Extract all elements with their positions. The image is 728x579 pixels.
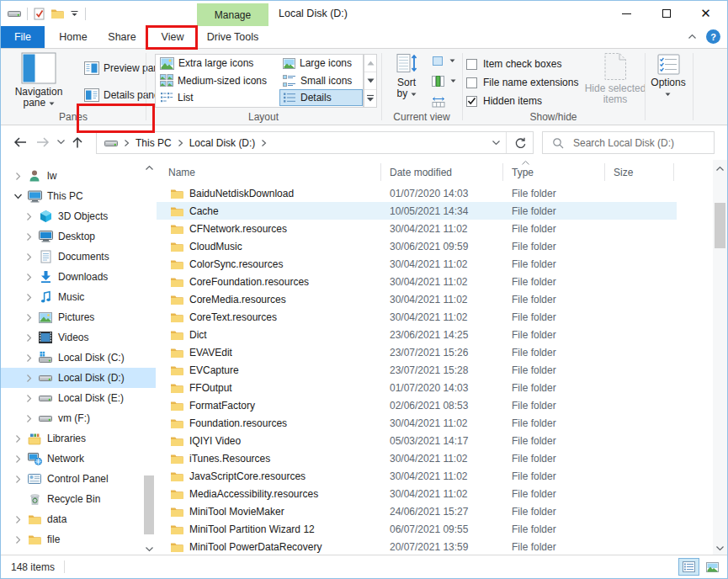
checkbox-item-check-boxes[interactable]: Item check boxes bbox=[466, 55, 578, 73]
file-row-minitool-powerdatarecovery[interactable]: MiniTool PowerDataRecovery20/07/2021 13:… bbox=[157, 538, 677, 555]
sidebar-item-network[interactable]: Network bbox=[1, 449, 156, 469]
layout-option-large-icons[interactable]: Large icons bbox=[279, 55, 363, 72]
chevron-right-icon[interactable] bbox=[24, 212, 35, 221]
file-row-colorsync-resources[interactable]: ColorSync.resources30/04/2021 11:02File … bbox=[157, 255, 677, 273]
file-row-cloudmusic[interactable]: CloudMusic30/06/2021 09:59File folder bbox=[157, 237, 677, 255]
checkbox-icon[interactable] bbox=[466, 77, 477, 88]
chevron-right-icon[interactable] bbox=[13, 434, 24, 444]
sidebar-item-local-disk-e[interactable]: Local Disk (E:) bbox=[1, 388, 156, 408]
tab-drive-tools[interactable]: Drive Tools bbox=[197, 26, 268, 48]
sidebar-item-data[interactable]: data bbox=[1, 509, 156, 529]
gallery-scroll-down-icon[interactable] bbox=[367, 78, 375, 83]
chevron-right-icon[interactable] bbox=[24, 353, 35, 363]
options-button[interactable]: Options bbox=[647, 54, 689, 99]
file-row-ffoutput[interactable]: FFOutput01/07/2020 14:03File folder bbox=[157, 379, 677, 396]
sidebar-item-pictures[interactable]: Pictures bbox=[1, 307, 156, 327]
sidebar-item-this-pc[interactable]: This PC bbox=[1, 186, 156, 206]
chevron-right-icon[interactable] bbox=[24, 414, 35, 423]
checkbox-icon[interactable] bbox=[466, 96, 477, 107]
file-row-evcapture[interactable]: EVCapture23/07/2021 15:28File folder bbox=[157, 361, 677, 379]
add-columns-button[interactable] bbox=[428, 74, 460, 88]
sidebar-scrollbar[interactable] bbox=[142, 160, 156, 556]
file-row-dict[interactable]: Dict23/06/2021 14:25File folder bbox=[157, 326, 677, 343]
tab-share[interactable]: Share bbox=[98, 26, 146, 48]
contextual-tab-header-manage[interactable]: Manage bbox=[197, 3, 268, 26]
back-icon[interactable] bbox=[13, 136, 28, 148]
layout-option-extra-large-icons[interactable]: Extra large icons bbox=[157, 55, 279, 72]
size-columns-button[interactable] bbox=[428, 94, 449, 109]
file-row-iqiyi-video[interactable]: IQIYI Video05/03/2021 14:17File folder bbox=[157, 432, 677, 449]
details-view-button[interactable] bbox=[678, 558, 699, 576]
hide-selected-items-button[interactable]: Hide selected items bbox=[583, 52, 647, 105]
sidebar-item-libraries[interactable]: Libraries bbox=[1, 428, 156, 449]
gallery-more-icon[interactable] bbox=[366, 94, 375, 103]
chevron-right-icon[interactable] bbox=[13, 172, 24, 181]
minimize-button[interactable] bbox=[607, 1, 646, 26]
refresh-button[interactable] bbox=[506, 132, 533, 153]
chevron-right-icon[interactable] bbox=[13, 454, 24, 464]
column-header-name[interactable]: Name bbox=[157, 163, 381, 181]
column-header-type[interactable]: Type bbox=[503, 163, 605, 181]
chevron-right-icon[interactable] bbox=[24, 313, 35, 322]
checkbox-file-name-extensions[interactable]: File name extensions bbox=[466, 73, 578, 92]
new-folder-icon[interactable] bbox=[50, 8, 64, 19]
file-row-minitool-moviemaker[interactable]: MiniTool MovieMaker24/06/2021 15:27File … bbox=[157, 502, 677, 520]
scroll-down-icon[interactable] bbox=[715, 545, 725, 551]
chevron-right-icon[interactable] bbox=[24, 394, 35, 403]
checkbox-hidden-items[interactable]: Hidden items bbox=[466, 92, 578, 110]
scrollbar-thumb[interactable] bbox=[715, 203, 725, 248]
search-input[interactable] bbox=[571, 136, 714, 150]
file-row-cfnetwork-resources[interactable]: CFNetwork.resources30/04/2021 11:02File … bbox=[157, 220, 677, 237]
sidebar-item-vm-f[interactable]: vm (F:) bbox=[1, 408, 156, 428]
checkbox-icon[interactable] bbox=[466, 59, 477, 70]
up-icon[interactable] bbox=[72, 136, 83, 149]
maximize-button[interactable] bbox=[646, 1, 686, 26]
scrollbar-thumb[interactable] bbox=[144, 475, 154, 534]
sidebar-item-3d-objects[interactable]: 3D Objects bbox=[1, 206, 156, 226]
customize-qat-dropdown-icon[interactable] bbox=[70, 9, 79, 18]
recent-locations-icon[interactable] bbox=[56, 139, 66, 145]
chevron-right-icon[interactable] bbox=[24, 252, 35, 262]
tab-home[interactable]: Home bbox=[51, 26, 95, 48]
column-header-date-modified[interactable]: Date modified bbox=[381, 163, 503, 181]
thumbnails-view-button[interactable] bbox=[702, 558, 723, 576]
breadcrumb-local-disk-d[interactable]: Local Disk (D:) bbox=[189, 137, 256, 149]
sidebar-item-file[interactable]: file bbox=[1, 529, 156, 550]
file-row-formatfactory[interactable]: FormatFactory02/06/2021 08:53File folder bbox=[157, 396, 677, 414]
tab-file[interactable]: File bbox=[1, 26, 45, 48]
details-pane-button[interactable]: Details pane bbox=[81, 87, 163, 104]
sidebar-item-documents[interactable]: Documents bbox=[1, 247, 156, 267]
help-icon[interactable]: ? bbox=[706, 29, 720, 44]
sidebar-item-control-panel[interactable]: Control Panel bbox=[1, 469, 156, 489]
file-row-foundation-resources[interactable]: Foundation.resources30/04/2021 11:02File… bbox=[157, 414, 677, 432]
sidebar-item-videos[interactable]: Videos bbox=[1, 327, 156, 348]
chevron-right-icon[interactable] bbox=[24, 333, 35, 343]
chevron-right-icon[interactable] bbox=[24, 374, 35, 383]
chevron-right-icon[interactable] bbox=[24, 232, 35, 242]
collapse-ribbon-icon[interactable] bbox=[688, 34, 697, 40]
navigation-pane-button[interactable]: Navigation pane bbox=[8, 52, 70, 109]
breadcrumb-this-pc[interactable]: This PC bbox=[136, 137, 172, 149]
layout-option-details[interactable]: Details bbox=[279, 89, 363, 106]
layout-option-list[interactable]: List bbox=[157, 89, 279, 106]
close-button[interactable]: ✕ bbox=[686, 1, 725, 26]
file-row-corefoundation-resources[interactable]: CoreFoundation.resources30/04/2021 11:02… bbox=[157, 273, 677, 290]
file-row-mediaaccessibility-resources[interactable]: MediaAccessibility.resources30/04/2021 1… bbox=[157, 485, 677, 502]
scroll-up-icon[interactable] bbox=[145, 165, 154, 171]
sidebar-item-desktop[interactable]: Desktop bbox=[1, 226, 156, 247]
sort-by-button[interactable]: Sort by bbox=[386, 52, 427, 99]
scroll-up-icon[interactable] bbox=[715, 166, 725, 172]
sidebar-item-local-disk-d[interactable]: Local Disk (D:) bbox=[1, 368, 156, 388]
forward-icon[interactable] bbox=[35, 136, 50, 148]
file-row-coremedia-resources[interactable]: CoreMedia.resources30/04/2021 11:02File … bbox=[157, 290, 677, 308]
properties-icon[interactable] bbox=[34, 8, 45, 20]
layout-option-small-icons[interactable]: Small icons bbox=[279, 72, 363, 88]
sidebar-item-lw[interactable]: lw bbox=[1, 166, 156, 186]
file-row-minitool-partition-wizard-12[interactable]: MiniTool Partition Wizard 1206/07/2021 0… bbox=[157, 520, 677, 538]
sidebar-item-recycle-bin[interactable]: Recycle Bin bbox=[1, 489, 156, 509]
list-scrollbar[interactable] bbox=[713, 160, 727, 556]
group-by-button[interactable] bbox=[428, 54, 459, 68]
file-row-evavedit[interactable]: EVAVEdit23/07/2021 15:26File folder bbox=[157, 343, 677, 361]
file-row-coretext-resources[interactable]: CoreText.resources30/04/2021 11:02File f… bbox=[157, 308, 677, 326]
address-bar[interactable]: This PCLocal Disk (D:) bbox=[96, 131, 534, 154]
